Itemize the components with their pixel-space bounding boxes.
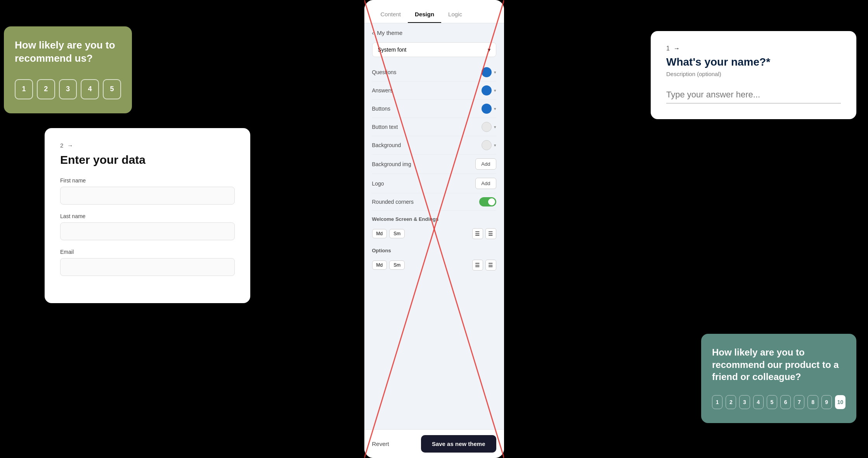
button-text-color-swatch[interactable] <box>482 122 492 132</box>
save-as-new-theme-button[interactable]: Save as new theme <box>421 435 496 453</box>
background-img-row: Background img Add <box>372 154 496 174</box>
questions-size-md[interactable]: Md <box>372 229 387 238</box>
buttons-align-center[interactable]: ☰ <box>485 260 496 271</box>
button-text-color-group: ▾ <box>482 122 496 132</box>
form-card: 2 → Enter your data First name Last name… <box>45 128 250 303</box>
nps-btn-4[interactable]: 4 <box>81 79 99 99</box>
tab-content[interactable]: Content <box>374 6 408 23</box>
nps-btn-br-7[interactable]: 7 <box>794 395 804 409</box>
buttons-size-row: Md Sm ☰ ☰ <box>372 257 496 274</box>
nps-card-bottomright: How likely are you to recommend our prod… <box>701 334 856 423</box>
questions-size-row: Md Sm ☰ ☰ <box>372 225 496 242</box>
buttons-size-sm[interactable]: Sm <box>389 260 405 270</box>
color-row-background: Background ▾ <box>372 136 496 154</box>
buttons-size-buttons: Md Sm <box>372 260 405 270</box>
answers-label: Answers <box>372 87 393 94</box>
nps-btn-1[interactable]: 1 <box>15 79 33 99</box>
firstname-label: First name <box>60 177 235 184</box>
name-description: Description (optional) <box>666 71 841 77</box>
email-input[interactable] <box>60 258 235 276</box>
nps-btn-br-8[interactable]: 8 <box>807 395 818 409</box>
questions-align-center[interactable]: ☰ <box>485 228 496 239</box>
rounded-corners-label: Rounded corners <box>372 199 414 205</box>
nps-buttons-bottomright: 1 2 3 4 5 6 7 8 9 10 <box>712 395 845 409</box>
form-step-label: 2 → <box>60 142 235 149</box>
logo-add-button[interactable]: Add <box>475 178 496 189</box>
background-img-label: Background img <box>372 161 411 167</box>
form-step-number: 2 <box>60 142 63 149</box>
nps-btn-br-4[interactable]: 4 <box>753 395 764 409</box>
nps-btn-br-9[interactable]: 9 <box>821 395 832 409</box>
name-step-label: 1 → <box>666 45 841 52</box>
background-label: Background <box>372 142 401 148</box>
answers-color-group: ▾ <box>482 85 496 95</box>
form-title: Enter your data <box>60 153 235 167</box>
color-row-questions: Questions ▾ <box>372 63 496 82</box>
color-row-answers: Answers ▾ <box>372 82 496 100</box>
panel-footer: Revert Save as new theme <box>364 429 504 458</box>
buttons-color-group: ▾ <box>482 104 496 114</box>
name-question: What's your name?* <box>666 56 841 68</box>
font-selector[interactable]: System font ▾ <box>372 42 496 57</box>
email-label: Email <box>60 249 235 255</box>
questions-size-buttons: Md Sm <box>372 229 405 238</box>
nps-btn-br-10[interactable]: 10 <box>835 395 845 409</box>
nps-btn-5[interactable]: 5 <box>103 79 121 99</box>
tab-logic[interactable]: Logic <box>441 6 469 23</box>
lastname-input[interactable] <box>60 222 235 240</box>
design-panel: Content Design Logic ‹ My theme System f… <box>364 0 504 458</box>
background-color-group: ▾ <box>482 140 496 150</box>
questions-color-swatch[interactable] <box>482 67 492 77</box>
name-step-number: 1 <box>666 45 670 52</box>
questions-align-buttons: ☰ ☰ <box>472 228 496 239</box>
form-group-email: Email <box>60 249 235 276</box>
buttons-align-buttons: ☰ ☰ <box>472 260 496 271</box>
nps-question-topleft: How likely are you to recommend us? <box>15 39 121 65</box>
nps-btn-br-6[interactable]: 6 <box>780 395 791 409</box>
welcome-section-header: Welcome Screen & Endings <box>372 216 496 222</box>
back-chevron-icon: ‹ <box>372 29 374 36</box>
logo-label: Logo <box>372 180 384 187</box>
nps-card-topleft: How likely are you to recommend us? 1 2 … <box>4 26 132 113</box>
panel-tabs: Content Design Logic <box>364 0 504 23</box>
nps-btn-br-5[interactable]: 5 <box>767 395 777 409</box>
tab-design[interactable]: Design <box>408 6 441 23</box>
firstname-input[interactable] <box>60 187 235 205</box>
background-img-add-button[interactable]: Add <box>475 158 496 170</box>
answers-chevron-icon[interactable]: ▾ <box>494 88 496 93</box>
form-group-lastname: Last name <box>60 213 235 240</box>
name-card: 1 → What's your name?* Description (opti… <box>651 31 856 119</box>
nps-question-bottomright: How likely are you to recommend our prod… <box>712 346 845 383</box>
back-button[interactable]: ‹ My theme <box>372 29 496 36</box>
buttons-size-md[interactable]: Md <box>372 260 387 270</box>
buttons-color-swatch[interactable] <box>482 104 492 114</box>
form-step-arrow: → <box>67 142 73 149</box>
button-text-label: Button text <box>372 124 398 130</box>
buttons-label: Buttons <box>372 106 390 112</box>
button-text-chevron-icon[interactable]: ▾ <box>494 125 496 130</box>
questions-label: Questions <box>372 69 397 75</box>
color-row-buttons: Buttons ▾ <box>372 100 496 118</box>
buttons-chevron-icon[interactable]: ▾ <box>494 106 496 111</box>
background-color-swatch[interactable] <box>482 140 492 150</box>
nps-btn-br-2[interactable]: 2 <box>726 395 736 409</box>
questions-align-left[interactable]: ☰ <box>472 228 483 239</box>
rounded-corners-toggle[interactable] <box>479 197 496 206</box>
nps-buttons-topleft: 1 2 3 4 5 <box>15 79 121 99</box>
logo-row: Logo Add <box>372 174 496 193</box>
options-section-header: Options <box>372 248 496 253</box>
revert-button[interactable]: Revert <box>372 441 389 447</box>
buttons-align-left[interactable]: ☰ <box>472 260 483 271</box>
questions-chevron-icon[interactable]: ▾ <box>494 70 496 75</box>
name-answer-input[interactable] <box>666 90 841 104</box>
questions-size-sm[interactable]: Sm <box>389 229 405 238</box>
nps-btn-3[interactable]: 3 <box>59 79 77 99</box>
color-row-button-text: Button text ▾ <box>372 118 496 136</box>
questions-color-group: ▾ <box>482 67 496 77</box>
name-step-arrow: → <box>674 45 680 52</box>
answers-color-swatch[interactable] <box>482 85 492 95</box>
background-chevron-icon[interactable]: ▾ <box>494 143 496 148</box>
nps-btn-br-1[interactable]: 1 <box>712 395 722 409</box>
nps-btn-2[interactable]: 2 <box>37 79 55 99</box>
nps-btn-br-3[interactable]: 3 <box>739 395 750 409</box>
